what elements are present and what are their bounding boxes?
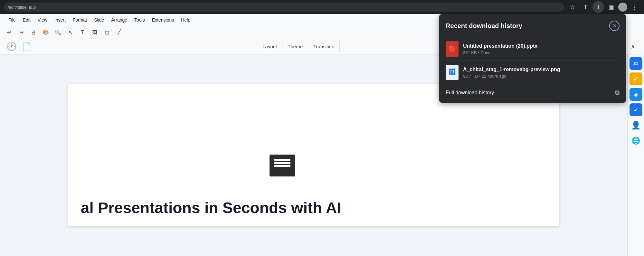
history-icon[interactable]: 🕐 [6, 42, 17, 52]
download-history-panel: Recent download history ✕ 🔴 Untitled pre… [439, 14, 626, 103]
download-item-pptx[interactable]: 🔴 Untitled presentation (20).pptx 351 KB… [446, 37, 620, 61]
full-history-label: Full download history [446, 90, 494, 96]
download-item-png-name: A_chital_stag_1-removebg-preview.png [463, 67, 620, 72]
menu-help[interactable]: Help [178, 16, 194, 24]
download-item-png[interactable]: 🖼 A_chital_stag_1-removebg-preview.png 9… [446, 61, 620, 84]
download-item-png-meta: 93.7 KB • 22 hours ago [463, 74, 620, 79]
avatar[interactable] [618, 3, 627, 12]
paint-format-button[interactable]: 🎨 [41, 27, 51, 38]
presentation-icon [270, 155, 295, 176]
slide-title: al Presentations in Seconds with AI [81, 200, 546, 217]
pres-bar-2 [274, 162, 290, 164]
sidebar-keep-icon[interactable]: ◈ [630, 88, 642, 101]
extensions-button[interactable]: ▣ [605, 1, 617, 13]
menu-edit[interactable]: Edit [20, 16, 34, 24]
print-button[interactable]: 🖨 [28, 27, 39, 38]
menu-extensions[interactable]: Extensions [149, 16, 177, 24]
download-item-pptx-meta: 351 KB • Done [463, 50, 620, 55]
full-download-history-row[interactable]: Full download history ⧉ [446, 84, 620, 96]
menu-button[interactable]: ⋮ [629, 1, 640, 13]
menu-arrange[interactable]: Arrange [108, 16, 130, 24]
download-panel-title: Recent download history [446, 22, 522, 30]
text-button[interactable]: T [77, 27, 88, 38]
sidebar-check-icon[interactable]: ✔ [630, 103, 642, 116]
download-item-png-info: A_chital_stag_1-removebg-preview.png 93.… [463, 67, 620, 79]
doc-icon[interactable]: 📄 [22, 42, 32, 51]
menu-file[interactable]: File [5, 16, 19, 24]
browser-actions: ☆ ⬆ ⬇ ▣ ⋮ [567, 1, 640, 13]
transition-button[interactable]: Transition [308, 41, 340, 52]
zoom-button[interactable]: 🔍 [53, 27, 63, 38]
right-sidebar: 31 ✓ ◈ ✔ 👤 🌐 [627, 54, 644, 256]
menu-slide[interactable]: Slide [91, 16, 107, 24]
menu-tools[interactable]: Tools [131, 16, 148, 24]
theme-button[interactable]: Theme [282, 41, 308, 52]
close-download-panel-button[interactable]: ✕ [609, 21, 620, 31]
pres-bar-3 [274, 165, 290, 167]
pres-icon-arrow [279, 169, 286, 172]
undo-button[interactable]: ↩ [4, 27, 14, 38]
download-item-pptx-name: Untitled presentation (20).pptx [463, 43, 620, 49]
menu-format[interactable]: Format [70, 16, 90, 24]
slide-canvas[interactable]: al Presentations in Seconds with AI [68, 84, 559, 226]
sidebar-tasks-icon[interactable]: ✓ [630, 72, 642, 85]
share-button[interactable]: ⬆ [580, 1, 591, 13]
collapse-panel-icon[interactable]: ∧ [631, 43, 635, 50]
redo-button[interactable]: ↪ [16, 27, 26, 38]
layout-button[interactable]: Layout [257, 41, 282, 52]
sidebar-earth-icon[interactable]: 🌐 [630, 134, 642, 147]
pres-bar-1 [274, 159, 290, 161]
menu-insert[interactable]: Insert [51, 16, 69, 24]
line-button[interactable]: ╱ [114, 27, 124, 38]
image-button[interactable]: 🖼 [90, 27, 100, 38]
star-button[interactable]: ☆ [567, 1, 578, 13]
sidebar-user-icon[interactable]: 👤 [630, 119, 642, 132]
png-file-icon: 🖼 [446, 65, 459, 80]
pptx-file-icon: 🔴 [446, 41, 459, 57]
browser-chrome: /edit#slide=id.p ☆ ⬆ ⬇ ▣ ⋮ [0, 0, 644, 14]
address-text: /edit#slide=id.p [8, 5, 36, 10]
slide-title-container: al Presentations in Seconds with AI [81, 200, 546, 217]
toolbar-left-icons: 🕐 📄 [6, 42, 32, 52]
download-item-pptx-info: Untitled presentation (20).pptx 351 KB •… [463, 43, 620, 55]
address-bar[interactable]: /edit#slide=id.p [4, 3, 564, 12]
sidebar-calendar-icon[interactable]: 31 [630, 57, 642, 70]
cursor-button[interactable]: ↖ [65, 27, 75, 38]
shape-button[interactable]: ◻ [102, 27, 112, 38]
menu-view[interactable]: View [34, 16, 51, 24]
download-panel-header: Recent download history ✕ [446, 21, 620, 31]
download-button[interactable]: ⬇ [592, 1, 604, 13]
external-link-icon: ⧉ [615, 89, 620, 96]
presentation-icon-area [270, 155, 295, 176]
